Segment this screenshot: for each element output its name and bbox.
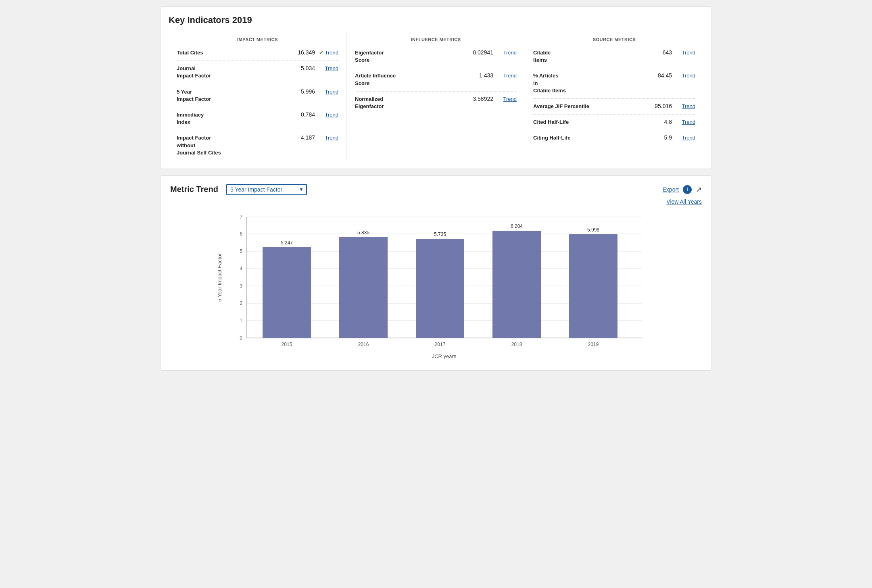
key-indicators-title: Key Indicators 2019: [169, 15, 703, 25]
y-label: 6: [240, 231, 242, 237]
metric-trend-cell: Trend: [496, 96, 517, 102]
x-label-2015: 2015: [282, 342, 292, 347]
x-label-2018: 2018: [511, 342, 522, 347]
influence-metrics-header: INFLUENCE METRICS: [355, 32, 517, 45]
y-label: 4: [240, 266, 242, 271]
y-label: 2: [240, 300, 242, 306]
table-row: % ArticlesinCitable Items 84.45 Trend: [533, 68, 695, 99]
export-button[interactable]: Export: [663, 186, 679, 193]
expand-icon[interactable]: ↗: [696, 185, 702, 194]
trend-link[interactable]: Trend: [503, 96, 517, 102]
metric-label: Cited Half-Life: [533, 119, 645, 126]
trend-title: Metric Trend: [170, 185, 218, 194]
metric-select-wrapper: Journal Impact Factor 5 Year Impact Fact…: [226, 184, 307, 195]
metric-value: 84.45: [648, 72, 672, 79]
y-label: 5: [240, 248, 242, 254]
x-label-2019: 2019: [588, 342, 599, 347]
x-label-2016: 2016: [358, 342, 369, 347]
metric-trend-cell: Trend: [496, 49, 517, 56]
metric-value: 4.187: [291, 134, 315, 141]
metrics-grid: IMPACT METRICS Total Cites 16,349 ✔ Tren…: [169, 32, 703, 161]
bar-label-2018: 6.204: [511, 223, 523, 229]
bar-2016: [339, 237, 388, 338]
table-row: 5 YearImpact Factor 5.996 Trend: [177, 84, 338, 107]
view-all-years: View All Years: [170, 198, 702, 205]
y-label: 3: [240, 283, 242, 289]
bar-2015: [263, 247, 311, 338]
metric-label: Article InfluenceScore: [355, 72, 466, 87]
trend-link[interactable]: Trend: [325, 135, 338, 141]
metric-trend-cell: Trend: [675, 72, 695, 79]
metric-value: 95.016: [648, 103, 672, 109]
metric-value: 4.8: [648, 119, 672, 125]
metric-trend-cell: Trend: [675, 49, 695, 56]
trend-link[interactable]: Trend: [325, 50, 338, 56]
metric-trend-cell: Trend: [318, 65, 338, 71]
bar-label-2015: 5.247: [281, 240, 293, 246]
info-icon[interactable]: i: [683, 185, 692, 194]
metric-trend-cell: Trend: [496, 72, 517, 79]
trend-header-right: Export i ↗: [663, 185, 702, 194]
y-label: 0: [240, 335, 242, 341]
impact-metrics-header: IMPACT METRICS: [177, 32, 338, 45]
trend-link[interactable]: Trend: [325, 89, 338, 95]
metric-label: NormalizedEigenfactor: [355, 96, 466, 110]
bar-2018: [492, 231, 541, 338]
trend-link[interactable]: Trend: [682, 50, 695, 56]
bar-2017: [416, 239, 464, 338]
y-label: 1: [240, 318, 242, 323]
metric-label: EigenfactorScore: [355, 49, 466, 64]
view-all-years-link[interactable]: View All Years: [666, 198, 702, 205]
metric-trend-card: Metric Trend Journal Impact Factor 5 Yea…: [160, 175, 712, 371]
trend-header: Metric Trend Journal Impact Factor 5 Yea…: [170, 184, 702, 195]
trend-link[interactable]: Trend: [325, 112, 338, 118]
table-row: Total Cites 16,349 ✔ Trend: [177, 45, 338, 61]
metric-trend-cell: Trend: [675, 134, 695, 141]
metric-value: 0.02941: [469, 49, 493, 56]
trend-link[interactable]: Trend: [682, 103, 695, 109]
key-indicators-card: Key Indicators 2019 IMPACT METRICS Total…: [160, 6, 712, 169]
metric-value: 1.433: [469, 72, 493, 79]
bar-2019: [569, 234, 617, 338]
y-label: 7: [240, 214, 242, 220]
y-axis-title: 5 Year Impact Factor: [217, 253, 223, 302]
metric-value: 643: [648, 49, 672, 56]
x-label-2017: 2017: [435, 342, 446, 347]
trend-link[interactable]: Trend: [682, 73, 695, 79]
trend-link[interactable]: Trend: [503, 50, 517, 56]
metric-value: 5.9: [648, 134, 672, 141]
metric-label: Total Cites: [177, 49, 288, 56]
metric-label: CitableItems: [533, 49, 645, 64]
bar-label-2016: 5.835: [357, 230, 369, 236]
trend-link[interactable]: Trend: [682, 135, 695, 141]
trend-link[interactable]: Trend: [325, 65, 338, 71]
metric-label: JournalImpact Factor: [177, 65, 288, 79]
source-metrics-header: SOURCE METRICS: [533, 32, 695, 45]
influence-metrics-section: INFLUENCE METRICS EigenfactorScore 0.029…: [347, 32, 525, 161]
table-row: ImmediacyIndex 0.784 Trend: [177, 107, 338, 130]
metric-select[interactable]: Journal Impact Factor 5 Year Impact Fact…: [226, 184, 307, 195]
metric-trend-cell: Trend: [675, 119, 695, 125]
metric-label: Impact FactorwithoutJournal Self Cites: [177, 134, 288, 156]
metric-label: Average JIF Percentile: [533, 103, 645, 110]
trend-link[interactable]: Trend: [682, 119, 695, 125]
influence-metrics-rows: EigenfactorScore 0.02941 Trend Article I…: [355, 45, 517, 114]
metric-trend-cell: Trend: [318, 88, 338, 95]
metric-label: ImmediacyIndex: [177, 111, 288, 126]
metric-value: 16,349: [291, 49, 315, 56]
source-metrics-rows: CitableItems 643 Trend % ArticlesinCitab…: [533, 45, 695, 146]
metric-value: 0.784: [291, 111, 315, 118]
table-row: Article InfluenceScore 1.433 Trend: [355, 68, 517, 91]
trend-header-left: Metric Trend Journal Impact Factor 5 Yea…: [170, 184, 307, 195]
table-row: Average JIF Percentile 95.016 Trend: [533, 99, 695, 115]
metric-label: 5 YearImpact Factor: [177, 88, 288, 103]
metric-trend-cell: Trend: [318, 111, 338, 118]
metric-value: 3.58922: [469, 96, 493, 102]
metric-label: % ArticlesinCitable Items: [533, 72, 645, 94]
bar-label-2017: 5.735: [434, 231, 446, 237]
metric-label: Citing Half-Life: [533, 134, 645, 142]
metric-trend-cell: Trend: [675, 103, 695, 109]
x-axis-title: JCR years: [432, 353, 457, 359]
trend-link[interactable]: Trend: [503, 73, 517, 79]
table-row: Cited Half-Life 4.8 Trend: [533, 115, 695, 130]
